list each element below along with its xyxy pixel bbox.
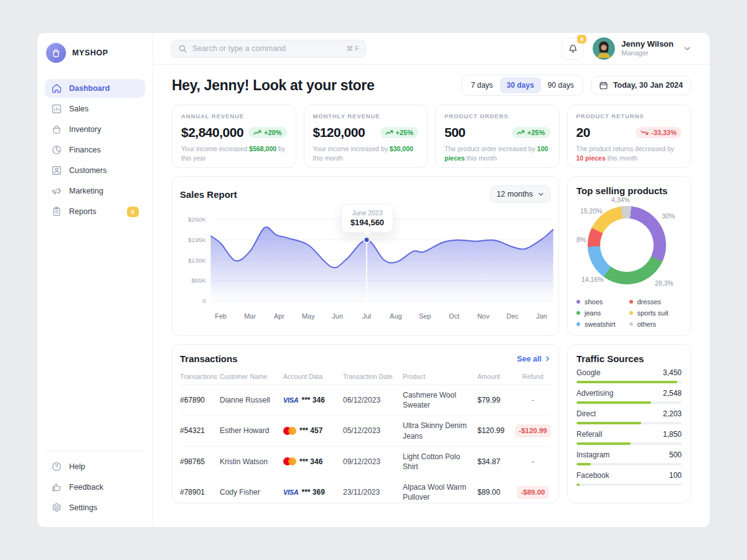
app-window: MYSHOP DashboardSalesInventoryFinancesCu…: [37, 33, 710, 527]
sidebar-item-help[interactable]: Help: [45, 457, 145, 476]
traffic-source-value: 1,850: [663, 430, 682, 439]
kpi-value-row: 20-33,33%: [576, 125, 682, 140]
traffic-source-value: 3,450: [663, 368, 682, 377]
donut-ring: [588, 206, 666, 284]
range-tab-90-days[interactable]: 90 days: [541, 77, 581, 93]
user-name: Jenny Wilson: [621, 39, 674, 49]
refund: -: [515, 395, 551, 405]
sidebar-item-marketing[interactable]: Marketing: [45, 182, 145, 200]
user-info[interactable]: Jenny Wilson Manager: [621, 39, 674, 58]
svg-text:May: May: [302, 312, 315, 320]
column-header-refund: Refund: [515, 373, 551, 380]
top-products-title: Top selling products: [576, 185, 682, 196]
top-products-donut-chart: 4,34%30%28,3%14,16%8%15,20%: [576, 196, 682, 293]
donut-slice-label: 4,34%: [611, 196, 630, 203]
see-all-label: See all: [517, 355, 542, 363]
home-icon: [51, 83, 62, 94]
marketing-icon: [51, 185, 62, 197]
legend-dot: [576, 311, 580, 315]
donut-slice-label: 15,20%: [580, 207, 603, 215]
range-tab-30-days[interactable]: 30 days: [500, 77, 541, 93]
transaction-date: 06/12/2023: [343, 395, 403, 405]
kpi-delta: +25%: [396, 129, 413, 136]
months-select-value: 12 months: [497, 190, 533, 198]
amount: $89.00: [477, 487, 515, 497]
traffic-bar-fill: [576, 483, 580, 486]
chevron-down-icon[interactable]: [684, 45, 691, 52]
traffic-source-instagram: Instagram500: [576, 450, 682, 465]
help-icon: [51, 461, 62, 472]
months-select[interactable]: 12 months: [490, 185, 551, 203]
traffic-bar-track: [576, 401, 682, 404]
svg-text:0: 0: [202, 297, 206, 304]
sales-report-card: Sales Report 12 months $260K$195K$130K$6…: [172, 176, 559, 336]
notifications-button[interactable]: 6: [561, 37, 584, 60]
traffic-source-label: Referall: [576, 430, 602, 439]
topbar-right: 6 Jenny Wilson Manager: [561, 37, 691, 60]
sidebar-item-settings[interactable]: Settings: [45, 498, 145, 517]
donut-slice-label: 8%: [576, 236, 586, 243]
transaction-date: 23/11/2023: [343, 487, 403, 497]
trend-up-icon: [385, 130, 393, 136]
traffic-source-referall: Referall1,850: [576, 430, 682, 445]
range-tab-7-days[interactable]: 7 days: [464, 77, 499, 93]
sidebar-item-dashboard[interactable]: Dashboard: [45, 79, 145, 98]
legend-dot: [576, 322, 580, 326]
product-name: Cashmere Wool Sweater: [403, 390, 477, 410]
transactions-card: Transactions See all TransactionsCustome…: [172, 344, 559, 503]
calendar-icon: [599, 81, 608, 90]
kpi-trend-badge: -33,33%: [636, 127, 682, 138]
kpi-delta: -33,33%: [651, 129, 677, 136]
finances-icon: [51, 144, 62, 156]
traffic-bar-track: [576, 381, 682, 383]
refund: -$120.99: [515, 424, 551, 438]
sidebar-item-label: Reports: [69, 207, 96, 216]
customer-name: Cody Fisher: [220, 487, 283, 497]
settings-icon: [51, 502, 62, 513]
customer-name: Esther Howard: [220, 426, 283, 436]
avatar[interactable]: [593, 37, 615, 60]
column-header-account-data: Account Data: [283, 373, 343, 380]
search-shortcut: ⌘ F: [346, 45, 359, 53]
sidebar-item-customers[interactable]: Customers: [45, 161, 145, 180]
legend-dot: [629, 311, 633, 315]
traffic-source-value: 500: [669, 450, 682, 459]
transaction-id: #78901: [180, 487, 220, 497]
legend-item-jeans: jeans: [576, 309, 629, 317]
kpi-card-annual-revenue: ANNUAL REVENUE$2,840,000+20%Your income …: [172, 105, 296, 168]
sidebar-item-sales[interactable]: Sales: [45, 100, 145, 118]
sidebar-item-finances[interactable]: Finances: [45, 141, 145, 159]
table-row: #98765Kristin Watson*** 34609/12/2023Lig…: [180, 447, 551, 477]
tooltip-value: $194,560: [350, 218, 384, 227]
kpi-value-row: $2,840,000+20%: [181, 125, 287, 140]
product-name: Alpaca Wool Warm Pullover: [403, 482, 477, 502]
column-header-transactions: Transactions: [180, 373, 220, 380]
kpi-value: $2,840,000: [181, 125, 243, 140]
transactions-header: Transactions See all: [180, 353, 551, 364]
sidebar-item-inventory[interactable]: Inventory: [45, 120, 145, 139]
traffic-source-value: 2,203: [663, 409, 682, 418]
sidebar-item-label: Inventory: [69, 125, 101, 134]
traffic-sources-card: Traffic Sources Google3,450Advertising2,…: [567, 344, 691, 503]
sidebar-spacer: [45, 221, 145, 450]
legend-label: jeans: [585, 309, 601, 317]
sidebar-item-label: Customers: [69, 166, 106, 175]
kpi-description: The product returns decreased by 10 piec…: [576, 144, 682, 163]
chart-marker-dot: [364, 237, 370, 243]
sidebar-item-label: Settings: [69, 503, 97, 512]
search-input[interactable]: [192, 44, 341, 53]
kpi-value: 20: [576, 125, 590, 140]
see-all-link[interactable]: See all: [517, 355, 551, 363]
feedback-icon: [51, 482, 62, 493]
kpi-label: PRODUCT ORDERS: [444, 113, 550, 119]
charts-row: Sales Report 12 months $260K$195K$130K$6…: [172, 176, 691, 336]
search-bar[interactable]: ⌘ F: [171, 40, 366, 58]
mastercard-logo-icon: [283, 427, 296, 435]
kpi-description: Your income increased $568,000 by this y…: [181, 144, 287, 163]
svg-text:$260K: $260K: [188, 216, 206, 223]
sidebar-item-reports[interactable]: Reports6: [45, 202, 145, 221]
traffic-source-row: Advertising2,548: [576, 389, 682, 398]
sidebar-item-feedback[interactable]: Feedback: [45, 478, 145, 497]
date-picker[interactable]: Today, 30 Jan 2024: [591, 76, 691, 95]
top-products-card: Top selling products 4,34%30%28,3%14,16%…: [567, 176, 691, 336]
